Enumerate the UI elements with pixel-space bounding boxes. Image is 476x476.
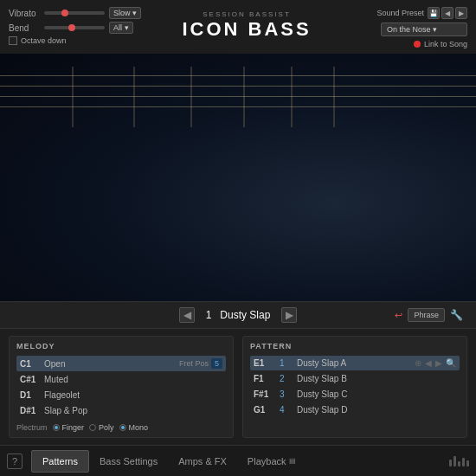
current-pattern-name: 1 Dusty Slap: [195, 309, 281, 321]
settings-wrench-icon[interactable]: 🔧: [450, 309, 463, 321]
finger-radio-dot: [53, 424, 60, 431]
vibrato-row: Vibrato Slow ▾: [9, 7, 147, 19]
bend-thumb: [68, 24, 75, 31]
pattern-note-f1: F1: [254, 374, 274, 383]
poly-radio-dot: [89, 424, 96, 431]
icon-bass-title: ICON BASS: [182, 18, 311, 41]
pattern-row-e1[interactable]: E1 1 Dusty Slap A ⊕ ◀ ▶ 🔍: [250, 356, 460, 370]
melody-row-ds1[interactable]: D#1 Slap & Pop: [16, 403, 226, 418]
help-button[interactable]: ?: [7, 453, 23, 469]
pattern-name-b: Dusty Slap B: [297, 374, 456, 383]
vibrato-thumb: [61, 10, 68, 16]
guitar-string-2: [0, 86, 476, 87]
melody-panel-title: MELODY: [16, 342, 226, 351]
melody-name-muted: Muted: [44, 375, 222, 384]
vibrato-label: Vibrato: [9, 9, 40, 18]
octave-down-row[interactable]: Octave down: [9, 36, 147, 45]
prev-pattern-button[interactable]: ◀: [179, 307, 195, 323]
preset-prev-icon[interactable]: ◀: [441, 7, 453, 19]
melody-note-cs1: C#1: [20, 375, 44, 384]
mono-label: Mono: [129, 423, 149, 432]
pattern-action-icons: ⊕ ◀ ▶ 🔍: [415, 358, 456, 368]
pattern-name-a: Dusty Slap A: [297, 358, 409, 368]
nav-right-controls: ↩ Phrase 🔧: [395, 308, 463, 322]
fret-pos-num: 5: [211, 358, 222, 369]
pattern-row-f1[interactable]: F1 2 Dusty Slap B: [250, 371, 460, 386]
pattern-number: 1: [206, 309, 212, 321]
link-to-song-indicator: [414, 41, 421, 48]
melody-note-d1: D1: [20, 390, 44, 400]
midi-bar-5: [466, 460, 469, 466]
octave-down-checkbox[interactable]: [9, 36, 17, 45]
poly-radio[interactable]: Poly: [89, 423, 114, 432]
bend-range-dropdown[interactable]: All ▾: [109, 22, 133, 34]
guitar-background: [0, 54, 476, 301]
search-icon[interactable]: 🔍: [446, 358, 456, 368]
melody-name-slap: Slap & Pop: [44, 406, 222, 415]
tab-bass-settings[interactable]: Bass Settings: [89, 451, 168, 472]
bend-row: Bend All ▾: [9, 22, 147, 34]
mono-radio-dot: [119, 424, 126, 431]
top-bar: Vibrato Slow ▾ Bend All ▾ Octave: [0, 0, 476, 54]
finger-radio[interactable]: Finger: [53, 423, 85, 432]
melody-options: Plectrum Finger Poly Mono: [16, 423, 226, 432]
midi-bars-area: [449, 456, 469, 466]
playback-label: Playback: [248, 456, 286, 466]
next-pattern-button[interactable]: ▶: [281, 307, 297, 323]
pattern-status-icon: ↩: [395, 310, 402, 321]
pattern-row-g1[interactable]: G1 4 Dusty Slap D: [250, 402, 460, 417]
preset-save-icon[interactable]: 💾: [428, 7, 440, 19]
melody-name-flageolet: Flageolet: [44, 390, 222, 400]
playback-tab-content: Playback ▤: [248, 456, 296, 466]
mono-radio[interactable]: Mono: [119, 423, 149, 432]
melody-panel: MELODY C1 Open Fret Pos 5 C#1 Muted D1 F…: [9, 336, 234, 438]
midi-bar-1: [449, 460, 452, 466]
pattern-num-1: 1: [280, 358, 292, 368]
link-to-song-label: Link to Song: [424, 40, 467, 48]
midi-bar-3: [458, 461, 460, 466]
prev-icon[interactable]: ◀: [425, 358, 432, 368]
pattern-note-e1: E1: [254, 358, 274, 368]
bend-slider[interactable]: [44, 26, 105, 29]
bottom-tabs: ? Patterns Bass Settings Amps & FX Playb…: [0, 445, 476, 476]
pattern-num-3: 3: [280, 389, 292, 399]
octave-down-label: Octave down: [21, 36, 67, 45]
pattern-row-fs1[interactable]: F#1 3 Dusty Slap C: [250, 387, 460, 402]
fret-pos-label: Fret Pos: [179, 359, 209, 368]
melody-row-d1[interactable]: D1 Flageolet: [16, 388, 226, 402]
melody-row-c1[interactable]: C1 Open Fret Pos 5: [16, 356, 226, 371]
melody-note-ds1: D#1: [20, 406, 44, 415]
midi-bar-2: [453, 456, 456, 466]
phrase-button[interactable]: Phrase: [408, 308, 445, 322]
pattern-note-fs1: F#1: [254, 389, 274, 399]
vibrato-slider[interactable]: [44, 11, 105, 15]
preset-icons: 💾 ◀ ▶: [428, 7, 467, 19]
pattern-name-c: Dusty Slap C: [297, 389, 456, 399]
sound-preset-label: Sound Preset: [376, 9, 424, 17]
preset-next-icon[interactable]: ▶: [455, 7, 467, 19]
tab-patterns[interactable]: Patterns: [31, 450, 89, 473]
pattern-panel: PATTERN E1 1 Dusty Slap A ⊕ ◀ ▶ 🔍 F1 2 D…: [242, 336, 467, 438]
move-icon[interactable]: ⊕: [415, 358, 421, 368]
sound-preset-dropdown[interactable]: On the Nose ▾: [381, 23, 467, 36]
pattern-num-2: 2: [280, 374, 292, 383]
pattern-name-d: Dusty Slap D: [297, 405, 456, 415]
guitar-strings: [0, 67, 476, 127]
tab-playback[interactable]: Playback ▤: [237, 451, 306, 472]
right-controls: Sound Preset 💾 ◀ ▶ On the Nose ▾ Link to…: [346, 7, 467, 48]
guitar-string-4: [0, 106, 476, 107]
pattern-name: Dusty Slap: [220, 309, 270, 321]
melody-row-cs1[interactable]: C#1 Muted: [16, 372, 226, 387]
tab-amps-fx[interactable]: Amps & FX: [168, 451, 237, 472]
main-container: Vibrato Slow ▾ Bend All ▾ Octave: [0, 0, 476, 476]
guitar-string-1: [0, 75, 476, 76]
playback-icon: ▤: [289, 457, 296, 465]
finger-label: Finger: [62, 423, 85, 432]
pattern-num-4: 4: [280, 405, 292, 415]
vibrato-speed-dropdown[interactable]: Slow ▾: [109, 7, 141, 19]
midi-bar-4: [462, 458, 465, 466]
pattern-note-g1: G1: [254, 405, 274, 415]
next-icon[interactable]: ▶: [435, 358, 442, 368]
melody-note-c1: C1: [20, 359, 44, 369]
guitar-string-3: [0, 96, 476, 97]
